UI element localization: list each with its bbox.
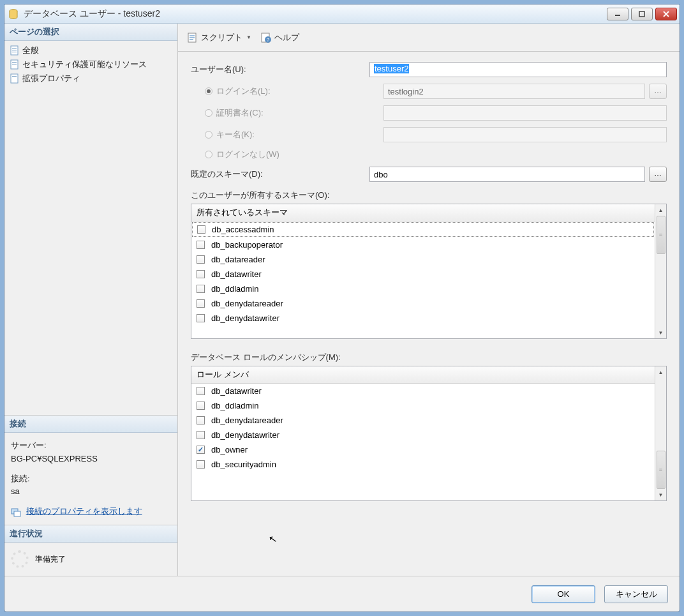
svg-rect-1 [615, 15, 620, 16]
list-item-label: db_securityadmin [211, 460, 276, 469]
server-label: サーバー: [11, 439, 171, 453]
database-icon [7, 8, 20, 20]
page-label: 全般 [22, 45, 39, 56]
progress-status: 準備完了 [35, 554, 66, 565]
svg-rect-2 [639, 11, 644, 17]
connection-value: sa [11, 485, 171, 499]
dialog-window: データベース ユーザー - testuser2 ページの選択 全般 [4, 4, 680, 612]
checkbox[interactable] [197, 446, 205, 454]
list-item-label: db_accessadmin [212, 225, 274, 234]
connection-header: 接続 [4, 416, 177, 433]
scroll-down-icon[interactable]: ▼ [657, 490, 665, 499]
page-label: 拡張プロパティ [22, 73, 80, 84]
scroll-thumb[interactable] [657, 216, 665, 254]
page-label: セキュリティ保護可能なリソース [22, 59, 147, 70]
username-value: testuser2 [374, 64, 409, 73]
list-item[interactable]: db_denydatareader [191, 296, 655, 311]
roles-header: ロール メンバ [191, 366, 655, 384]
owned-scrollbar[interactable]: ▲ ▼ [655, 204, 666, 338]
page-item-securables[interactable]: セキュリティ保護可能なリソース [8, 57, 174, 71]
checkbox[interactable] [197, 387, 205, 395]
owned-schemas-listbox[interactable]: 所有されているスキーマ db_accessadmindb_backupopera… [191, 204, 667, 339]
list-item[interactable]: db_denydatawriter [191, 428, 655, 442]
list-item[interactable]: db_datawriter [191, 384, 655, 398]
checkbox[interactable] [197, 416, 205, 424]
progress-spinner-icon [11, 550, 29, 568]
svg-rect-11 [12, 76, 17, 77]
connection-label: 接続: [11, 472, 171, 486]
nologin-radio-label: ログインなし(W) [205, 149, 383, 160]
list-item[interactable]: db_securityadmin [191, 457, 655, 472]
ok-button[interactable]: OK [532, 585, 595, 603]
checkbox[interactable] [197, 431, 205, 439]
checkbox[interactable] [197, 270, 205, 278]
list-item[interactable]: db_ddladmin [191, 282, 655, 296]
roles-scrollbar[interactable]: ▲ ▼ [655, 366, 666, 500]
checkbox[interactable] [197, 255, 205, 264]
help-button[interactable]: ? ヘルプ [258, 31, 302, 45]
owned-schemas-label: このユーザーが所有するスキーマ(O): [191, 190, 667, 201]
list-item-label: db_owner [211, 445, 248, 454]
checkbox[interactable] [197, 241, 205, 249]
progress-header: 進行状況 [4, 525, 177, 543]
toolbar: スクリプト ▼ ? ヘルプ [178, 24, 680, 52]
scroll-up-icon[interactable]: ▲ [657, 368, 665, 377]
schema-input[interactable] [369, 167, 645, 182]
schema-label: 既定のスキーマ(D): [191, 169, 369, 180]
username-input[interactable]: testuser2 [369, 62, 667, 77]
svg-rect-8 [12, 62, 17, 63]
list-item[interactable]: db_accessadmin [192, 222, 654, 237]
connection-properties-link[interactable]: 接続のプロパティを表示します [26, 506, 142, 516]
list-item-label: db_datareader [211, 255, 265, 264]
list-item[interactable]: db_backupoperator [191, 237, 655, 252]
cert-radio [205, 109, 212, 117]
svg-rect-4 [12, 48, 17, 49]
list-item[interactable]: db_owner [191, 442, 655, 457]
page-item-general[interactable]: 全般 [8, 43, 174, 57]
nologin-radio [205, 151, 212, 158]
checkbox[interactable] [197, 402, 205, 410]
checkbox[interactable] [197, 314, 205, 322]
key-radio [205, 131, 212, 139]
list-item[interactable]: db_denydatareader [191, 413, 655, 428]
cert-input [383, 105, 667, 121]
list-item[interactable]: db_datawriter [191, 267, 655, 282]
left-panel: ページの選択 全般 セキュリティ保護可能なリソース 拡張プロパティ 接続 [4, 24, 178, 576]
checkbox[interactable] [197, 460, 205, 469]
list-item[interactable]: db_ddladmin [191, 398, 655, 413]
login-radio [205, 87, 212, 95]
roles-listbox[interactable]: ロール メンバ db_datawriterdb_ddladmindb_denyd… [191, 366, 667, 501]
list-item-label: db_denydatawriter [211, 313, 279, 323]
owned-schemas-header: 所有されているスキーマ [191, 204, 655, 222]
svg-rect-13 [14, 511, 20, 516]
roles-label: データベース ロールのメンバシップ(M): [191, 352, 667, 363]
dropdown-caret-icon[interactable]: ▼ [246, 34, 251, 40]
scroll-up-icon[interactable]: ▲ [657, 206, 665, 214]
script-button[interactable]: スクリプト ▼ [184, 31, 254, 45]
close-button[interactable] [655, 8, 677, 20]
window-title: データベース ユーザー - testuser2 [24, 8, 607, 20]
minimize-button[interactable] [607, 8, 628, 20]
list-item[interactable]: db_datareader [191, 252, 655, 267]
scroll-thumb[interactable] [657, 451, 665, 489]
help-label: ヘルプ [274, 32, 299, 43]
checkbox[interactable] [197, 299, 205, 308]
pages-header: ページの選択 [4, 24, 177, 41]
connection-properties-icon [11, 507, 21, 517]
cancel-button[interactable]: キャンセル [604, 585, 668, 603]
list-item-label: db_backupoperator [211, 240, 283, 250]
list-item-label: db_denydatawriter [211, 430, 279, 440]
list-item-label: db_ddladmin [211, 284, 258, 294]
svg-text:?: ? [267, 37, 270, 43]
dialog-button-bar: OK キャンセル [4, 576, 680, 612]
list-item[interactable]: db_denydatawriter [191, 311, 655, 326]
checkbox[interactable] [197, 285, 205, 293]
scroll-down-icon[interactable]: ▼ [657, 328, 665, 337]
schema-browse-button[interactable]: … [649, 167, 667, 182]
maximize-button[interactable] [631, 8, 653, 20]
page-item-extended[interactable]: 拡張プロパティ [8, 71, 174, 86]
list-item-label: db_datawriter [211, 386, 262, 396]
login-browse-button: … [649, 84, 667, 99]
checkbox[interactable] [197, 225, 205, 234]
svg-rect-10 [11, 74, 18, 83]
